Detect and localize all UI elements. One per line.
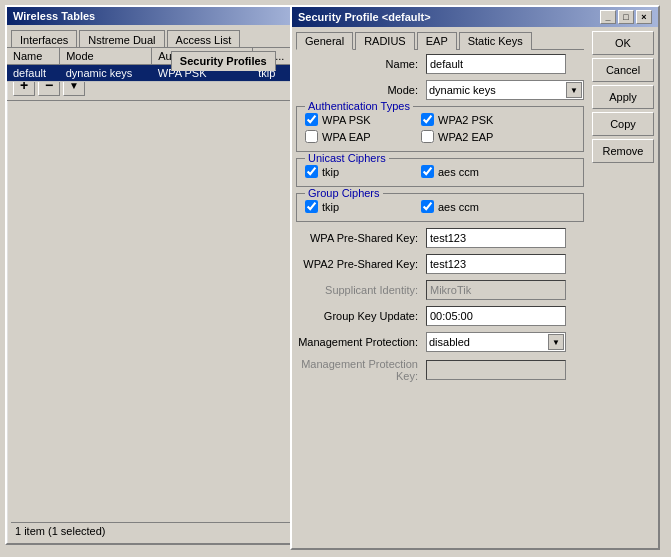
auth-row-2: WPA EAP WPA2 EAP bbox=[305, 130, 575, 143]
uc-tkip-label: tkip bbox=[322, 166, 339, 178]
mgmt-protection-select[interactable]: disabledallowedrequired bbox=[426, 332, 566, 352]
wpa2-psk-field-label: WPA2 Pre-Shared Key: bbox=[296, 258, 426, 270]
main-window: Wireless Tables Interfaces Nstreme Dual … bbox=[5, 5, 300, 545]
main-window-titlebar: Wireless Tables bbox=[7, 7, 298, 25]
uc-aes-checkbox[interactable] bbox=[421, 165, 434, 178]
dialog-tabs: General RADIUS EAP Static Keys bbox=[296, 31, 584, 50]
unicast-ciphers-label: Unicast Ciphers bbox=[305, 152, 389, 164]
group-row: tkip aes ccm bbox=[305, 200, 575, 213]
wpa-psk-row: WPA Pre-Shared Key: bbox=[296, 228, 584, 248]
wpa-eap-checkbox[interactable] bbox=[305, 130, 318, 143]
gc-aes-item: aes ccm bbox=[421, 200, 521, 213]
copy-button[interactable]: Copy bbox=[592, 112, 654, 136]
mgmt-protection-key-row: Management Protection Key: bbox=[296, 358, 584, 382]
wpa2-psk-input[interactable] bbox=[426, 254, 566, 274]
gc-tkip-item: tkip bbox=[305, 200, 405, 213]
group-key-input[interactable] bbox=[426, 306, 566, 326]
main-window-title: Wireless Tables bbox=[13, 10, 95, 22]
auth-types-group: Authentication Types WPA PSK WPA2 PSK WP… bbox=[296, 106, 584, 152]
table-container: Name Mode Authenticatio... Uni... defaul… bbox=[7, 47, 298, 523]
dialog-main: General RADIUS EAP Static Keys Name: Mod… bbox=[292, 27, 588, 546]
supp-identity-row: Supplicant Identity: bbox=[296, 280, 584, 300]
gc-aes-label: aes ccm bbox=[438, 201, 479, 213]
mgmt-protection-label: Management Protection: bbox=[296, 336, 426, 348]
wpa2-psk-row: WPA2 Pre-Shared Key: bbox=[296, 254, 584, 274]
uc-aes-label: aes ccm bbox=[438, 166, 479, 178]
maximize-button[interactable]: □ bbox=[618, 10, 634, 24]
gc-tkip-checkbox[interactable] bbox=[305, 200, 318, 213]
apply-button[interactable]: Apply bbox=[592, 85, 654, 109]
mode-select[interactable]: dynamic keysstatic keys requiredstatic k… bbox=[426, 80, 584, 100]
ok-button[interactable]: OK bbox=[592, 31, 654, 55]
name-input[interactable] bbox=[426, 54, 566, 74]
tab-static-keys[interactable]: Static Keys bbox=[459, 32, 532, 50]
tab-radius[interactable]: RADIUS bbox=[355, 32, 415, 50]
wpa-eap-label: WPA EAP bbox=[322, 131, 371, 143]
unicast-ciphers-group: Unicast Ciphers tkip aes ccm bbox=[296, 158, 584, 187]
wpa-psk-input[interactable] bbox=[426, 228, 566, 248]
cancel-button[interactable]: Cancel bbox=[592, 58, 654, 82]
unicast-row: tkip aes ccm bbox=[305, 165, 575, 178]
wpa2-psk-label: WPA2 PSK bbox=[438, 114, 493, 126]
mgmt-protection-row: Management Protection: disabledallowedre… bbox=[296, 332, 584, 352]
gc-aes-checkbox[interactable] bbox=[421, 200, 434, 213]
dialog-controls: _ □ × bbox=[600, 10, 652, 24]
dialog-window: Security Profile <default> _ □ × General… bbox=[290, 5, 660, 550]
group-ciphers-label: Group Ciphers bbox=[305, 187, 383, 199]
status-bar: 1 item (1 selected) bbox=[11, 522, 294, 539]
uc-tkip-checkbox[interactable] bbox=[305, 165, 318, 178]
mgmt-protection-key-input[interactable] bbox=[426, 360, 566, 380]
tab-general[interactable]: General bbox=[296, 32, 353, 50]
mode-row: Mode: dynamic keysstatic keys requiredst… bbox=[296, 80, 584, 100]
supp-identity-input[interactable] bbox=[426, 280, 566, 300]
remove-button[interactable]: Remove bbox=[592, 139, 654, 163]
wpa2-eap-checkbox[interactable] bbox=[421, 130, 434, 143]
mgmt-protection-key-label: Management Protection Key: bbox=[296, 358, 426, 382]
uc-tkip-item: tkip bbox=[305, 165, 405, 178]
dialog-titlebar: Security Profile <default> _ □ × bbox=[292, 7, 658, 27]
wpa2-eap-label: WPA2 EAP bbox=[438, 131, 493, 143]
auth-row-1: WPA PSK WPA2 PSK bbox=[305, 113, 575, 126]
auth-types-label: Authentication Types bbox=[305, 100, 413, 112]
dialog-body: General RADIUS EAP Static Keys Name: Mod… bbox=[292, 27, 658, 546]
wpa2-psk-item: WPA2 PSK bbox=[421, 113, 521, 126]
group-key-label: Group Key Update: bbox=[296, 310, 426, 322]
wpa-eap-item: WPA EAP bbox=[305, 130, 405, 143]
group-ciphers-group: Group Ciphers tkip aes ccm bbox=[296, 193, 584, 222]
supp-identity-label: Supplicant Identity: bbox=[296, 284, 426, 296]
mode-label: Mode: bbox=[296, 84, 426, 96]
dialog-title: Security Profile <default> bbox=[298, 11, 431, 23]
uc-aes-item: aes ccm bbox=[421, 165, 521, 178]
wpa2-psk-checkbox[interactable] bbox=[421, 113, 434, 126]
dialog-sidebar: OK Cancel Apply Copy Remove bbox=[588, 27, 658, 546]
wpa-psk-checkbox[interactable] bbox=[305, 113, 318, 126]
col-mode[interactable]: Mode bbox=[60, 48, 152, 65]
group-key-row: Group Key Update: bbox=[296, 306, 584, 326]
tab-security-profiles[interactable]: Security Profiles bbox=[171, 51, 276, 71]
gc-tkip-label: tkip bbox=[322, 201, 339, 213]
name-row: Name: bbox=[296, 54, 584, 74]
name-label: Name: bbox=[296, 58, 426, 70]
wpa-psk-field-label: WPA Pre-Shared Key: bbox=[296, 232, 426, 244]
col-name[interactable]: Name bbox=[7, 48, 60, 65]
wpa-psk-item: WPA PSK bbox=[305, 113, 405, 126]
wpa-psk-label: WPA PSK bbox=[322, 114, 371, 126]
minimize-button[interactable]: _ bbox=[600, 10, 616, 24]
wpa2-eap-item: WPA2 EAP bbox=[421, 130, 521, 143]
cell-mode: dynamic keys bbox=[60, 65, 152, 82]
close-button[interactable]: × bbox=[636, 10, 652, 24]
cell-name: default bbox=[7, 65, 60, 82]
tab-eap[interactable]: EAP bbox=[417, 32, 457, 50]
